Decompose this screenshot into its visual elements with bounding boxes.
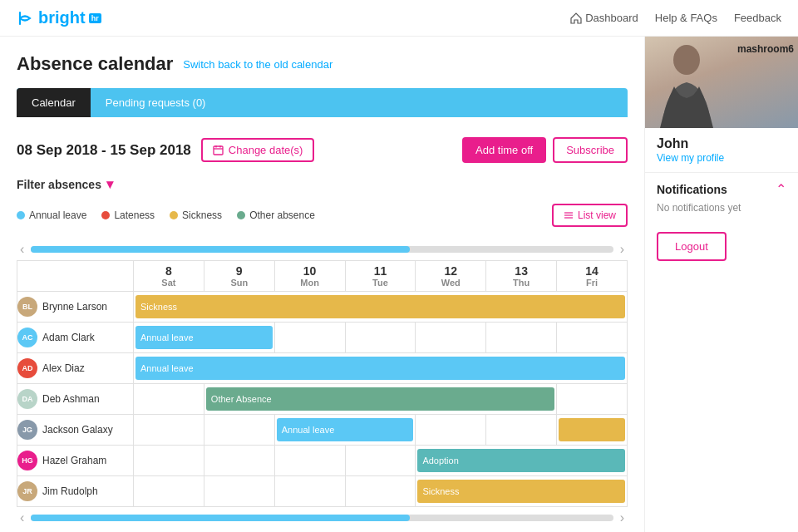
filter-row[interactable]: Filter absences ▾	[17, 176, 628, 192]
calendar-table: 8Sat 9Sun 10Mon 11Tue 12Wed 13Thu 14Fri …	[17, 260, 628, 507]
tab-bar: Calendar Pending requests (0)	[17, 88, 628, 117]
switch-calendar-link[interactable]: Switch back to the old calendar	[183, 58, 332, 71]
day-cell: Annual leave	[134, 353, 628, 384]
absence-bar[interactable]: Sickness	[417, 480, 625, 503]
tab-calendar[interactable]: Calendar	[17, 88, 91, 117]
tab-pending[interactable]: Pending requests (0)	[91, 88, 221, 117]
person-name: Jackson Galaxy	[42, 424, 113, 436]
other-dot	[237, 211, 245, 219]
table-row: DADeb AshmanOther Absence	[17, 384, 628, 415]
add-time-off-button[interactable]: Add time off	[462, 137, 546, 163]
day-cell	[134, 384, 204, 415]
absence-bar[interactable]: Annual leave	[277, 418, 414, 441]
subscribe-button[interactable]: Subscribe	[553, 137, 628, 163]
day-cell: Annual leave	[274, 415, 416, 446]
day-cell	[274, 476, 345, 507]
avatar: BL	[17, 297, 37, 317]
avatar: HG	[17, 451, 37, 470]
day-cell: Other Absence	[204, 384, 556, 415]
scrollbar-thumb-bottom	[31, 515, 409, 521]
notifications-section: Notifications ⌃ No notifications yet	[645, 172, 798, 222]
day-cell	[416, 415, 486, 446]
name-cell: ACAdam Clark	[17, 323, 134, 353]
day-cell	[557, 384, 628, 415]
absence-bar[interactable]: Annual leave	[135, 357, 625, 380]
change-dates-button[interactable]: Change date(s)	[201, 138, 315, 162]
toolbar: 08 Sep 2018 - 15 Sep 2018 Change date(s)…	[17, 134, 628, 166]
table-row: JRJim RudolphSickness	[17, 476, 628, 507]
notifications-chevron-icon[interactable]: ⌃	[776, 181, 786, 197]
view-profile-link[interactable]: View my profile	[657, 152, 724, 164]
list-view-button[interactable]: List view	[552, 204, 628, 227]
avatar: JG	[17, 420, 37, 440]
notifications-empty: No notifications yet	[657, 202, 786, 214]
day-cell	[345, 446, 416, 476]
day-cell: Adoption	[416, 446, 628, 476]
svg-point-7	[673, 45, 700, 75]
person-name: Adam Clark	[42, 332, 95, 343]
name-cell: HGHazel Graham	[17, 446, 134, 476]
logo-hr: hr	[89, 13, 101, 23]
day-cell	[486, 415, 557, 446]
day-cell	[274, 446, 345, 476]
scroll-bottom-section: ‹ ›	[17, 507, 628, 529]
list-icon	[564, 210, 574, 220]
day-cell	[134, 415, 204, 446]
profile-name: John	[657, 136, 786, 151]
col-header-8: 8Sat	[134, 261, 204, 292]
absence-bar[interactable]: Sickness	[135, 295, 625, 318]
name-cell: DADeb Ashman	[17, 384, 134, 415]
logout-button[interactable]: Logout	[657, 232, 727, 261]
day-cell	[204, 446, 274, 476]
absence-bar[interactable]	[559, 418, 625, 441]
legend-sickness: Sickness	[170, 209, 222, 221]
lateness-dot	[101, 211, 110, 219]
person-name: Jim Rudolph	[42, 485, 98, 497]
name-cell: JRJim Rudolph	[17, 476, 134, 507]
day-cell	[204, 476, 274, 507]
day-cell	[557, 415, 628, 446]
person-name: Alex Diaz	[42, 362, 85, 374]
scroll-right-bottom-arrow[interactable]: ›	[617, 510, 628, 525]
day-cell	[486, 323, 557, 353]
col-header-10: 10Mon	[274, 261, 345, 292]
day-cell	[134, 476, 204, 507]
notifications-title: Notifications	[657, 183, 727, 196]
nav-feedback[interactable]: Feedback	[734, 12, 781, 24]
absence-bar[interactable]: Adoption	[417, 449, 625, 472]
scroll-left-arrow[interactable]: ‹	[17, 242, 27, 257]
scrollbar-track-bottom[interactable]	[31, 515, 613, 521]
name-column-header	[17, 261, 134, 292]
col-header-9: 9Sun	[204, 261, 274, 292]
person-name: Deb Ashman	[42, 393, 100, 405]
scroll-left-bottom-arrow[interactable]: ‹	[17, 510, 27, 525]
day-cell: Annual leave	[134, 323, 275, 353]
profile-image-wrap: mashroom6	[645, 37, 798, 128]
calendar-header-row: 8Sat 9Sun 10Mon 11Tue 12Wed 13Thu 14Fri	[17, 261, 628, 292]
sidebar-profile: mashroom6 John View my profile	[645, 37, 798, 172]
name-cell: JGJackson Galaxy	[17, 415, 134, 446]
day-cell	[274, 323, 345, 353]
day-cell: Sickness	[416, 476, 628, 507]
legend-other: Other absence	[237, 209, 315, 221]
avatar: DA	[17, 389, 37, 409]
col-header-12: 12Wed	[416, 261, 486, 292]
nav-links: Dashboard Help & FAQs Feedback	[570, 12, 781, 24]
profile-bg: mashroom6	[645, 37, 798, 128]
date-range: 08 Sep 2018 - 15 Sep 2018 Change date(s)	[17, 138, 314, 162]
day-cell: Sickness	[134, 292, 628, 323]
table-row: JGJackson GalaxyAnnual leave	[17, 415, 628, 446]
content-area: Absence calendar Switch back to the old …	[0, 37, 644, 532]
logo-icon	[17, 9, 35, 27]
scroll-right-arrow[interactable]: ›	[617, 242, 628, 257]
logo: bright hr	[17, 8, 101, 27]
nav-dashboard[interactable]: Dashboard	[570, 12, 638, 24]
svg-rect-0	[214, 146, 223, 155]
scrollbar-track-top[interactable]	[31, 246, 613, 253]
table-row: ADAlex DiazAnnual leave	[17, 353, 628, 384]
notifications-header: Notifications ⌃	[657, 181, 786, 197]
absence-bar[interactable]: Other Absence	[206, 387, 554, 411]
nav-help[interactable]: Help & FAQs	[655, 12, 717, 24]
day-cell	[134, 446, 204, 476]
absence-bar[interactable]: Annual leave	[135, 326, 273, 349]
